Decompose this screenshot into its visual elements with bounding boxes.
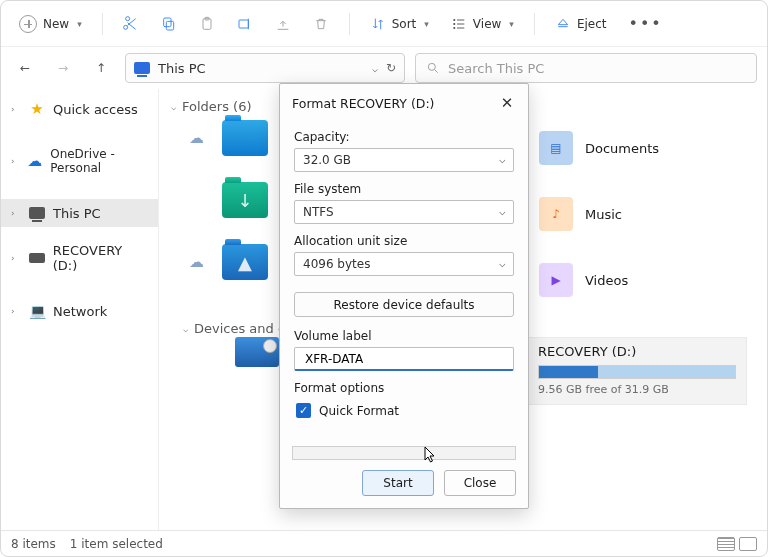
rename-button[interactable] bbox=[229, 11, 261, 37]
refresh-button[interactable]: ↻ bbox=[386, 61, 396, 75]
music-icon: ♪ bbox=[539, 197, 573, 231]
delete-button[interactable] bbox=[305, 11, 337, 37]
close-label: Close bbox=[464, 476, 497, 490]
chevron-right-icon: › bbox=[11, 156, 19, 166]
pictures-folder-icon: ▲ bbox=[222, 244, 268, 280]
address-bar[interactable]: This PC ⌵ ↻ bbox=[125, 53, 405, 83]
address-text: This PC bbox=[158, 61, 364, 76]
sidebar-item-quick-access[interactable]: › ★ Quick access bbox=[1, 95, 158, 123]
view-toggle bbox=[717, 537, 757, 551]
chevron-down-icon: ⌵ bbox=[183, 324, 188, 334]
volume-input-field[interactable] bbox=[303, 351, 505, 367]
overflow-button[interactable]: ••• bbox=[620, 9, 670, 38]
start-button[interactable]: Start bbox=[362, 470, 434, 496]
chevron-right-icon: › bbox=[11, 208, 21, 218]
close-icon: ✕ bbox=[501, 94, 514, 112]
filesystem-select[interactable]: NTFS bbox=[294, 200, 514, 224]
folder-item[interactable]: ☁ bbox=[189, 120, 268, 156]
sort-button[interactable]: Sort ▾ bbox=[362, 11, 437, 37]
close-dialog-button[interactable]: Close bbox=[444, 470, 516, 496]
storage-bar bbox=[538, 365, 736, 379]
separator bbox=[534, 13, 535, 35]
checkbox-icon: ✓ bbox=[296, 403, 311, 418]
back-button[interactable]: ← bbox=[11, 54, 39, 82]
cut-button[interactable] bbox=[115, 11, 147, 37]
paste-button[interactable] bbox=[191, 11, 223, 37]
dialog-title: Format RECOVERY (D:) bbox=[292, 96, 435, 111]
quick-format-checkbox[interactable]: ✓ Quick Format bbox=[294, 403, 514, 418]
filesystem-value: NTFS bbox=[303, 205, 334, 219]
capacity-value: 32.0 GB bbox=[303, 153, 351, 167]
allocation-label: Allocation unit size bbox=[294, 234, 514, 248]
copy-icon bbox=[161, 16, 177, 32]
recovery-drive-item[interactable]: RECOVERY (D:) 9.56 GB free of 31.9 GB bbox=[527, 337, 747, 405]
allocation-value: 4096 bytes bbox=[303, 257, 370, 271]
chevron-down-icon: ▾ bbox=[424, 19, 429, 29]
star-icon: ★ bbox=[29, 101, 45, 117]
toolbar: New ▾ Sort ▾ View ▾ Eject ••• bbox=[1, 1, 767, 47]
details-view-button[interactable] bbox=[717, 537, 735, 551]
right-column: ▤ Documents ♪ Music ▶ Videos bbox=[539, 131, 659, 297]
cloud-status-icon: ☁ bbox=[189, 253, 204, 271]
copy-button[interactable] bbox=[153, 11, 185, 37]
svg-point-8 bbox=[428, 63, 435, 70]
eject-label: Eject bbox=[577, 17, 607, 31]
sidebar-item-onedrive[interactable]: › ☁ OneDrive - Personal bbox=[1, 141, 158, 181]
status-bar: 8 items 1 item selected bbox=[1, 530, 767, 556]
sort-icon bbox=[370, 16, 386, 32]
chevron-down-icon[interactable]: ⌵ bbox=[372, 63, 378, 74]
chevron-down-icon: ▾ bbox=[77, 19, 82, 29]
plus-icon bbox=[19, 15, 37, 33]
tiles-view-button[interactable] bbox=[739, 537, 757, 551]
selected-count: 1 item selected bbox=[70, 537, 163, 551]
music-item[interactable]: ♪ Music bbox=[539, 197, 659, 231]
items-count: 8 items bbox=[11, 537, 56, 551]
search-placeholder: Search This PC bbox=[448, 61, 544, 76]
view-label: View bbox=[473, 17, 501, 31]
new-label: New bbox=[43, 17, 69, 31]
folder-item[interactable]: ↓ bbox=[189, 182, 268, 218]
videos-item[interactable]: ▶ Videos bbox=[539, 263, 659, 297]
sidebar-item-network[interactable]: › 💻 Network bbox=[1, 297, 158, 325]
volume-input[interactable] bbox=[294, 347, 514, 371]
separator bbox=[102, 13, 103, 35]
capacity-label: Capacity: bbox=[294, 130, 514, 144]
eject-button[interactable]: Eject bbox=[547, 11, 615, 37]
scissors-icon bbox=[123, 16, 139, 32]
progress-bar bbox=[292, 446, 516, 460]
forward-button[interactable]: → bbox=[49, 54, 77, 82]
network-icon: 💻 bbox=[29, 303, 45, 319]
separator bbox=[349, 13, 350, 35]
trash-icon bbox=[313, 16, 329, 32]
folder-item[interactable]: ☁ ▲ bbox=[189, 244, 268, 280]
address-controls: ⌵ ↻ bbox=[372, 61, 396, 75]
sidebar-item-label: RECOVERY (D:) bbox=[53, 243, 148, 273]
restore-label: Restore device defaults bbox=[333, 298, 474, 312]
sidebar-item-recovery[interactable]: › RECOVERY (D:) bbox=[1, 237, 158, 279]
restore-defaults-button[interactable]: Restore device defaults bbox=[294, 292, 514, 317]
allocation-select[interactable]: 4096 bytes bbox=[294, 252, 514, 276]
sidebar-item-label: OneDrive - Personal bbox=[50, 147, 148, 175]
pc-icon bbox=[134, 62, 150, 74]
close-button[interactable]: ✕ bbox=[496, 92, 518, 114]
chevron-down-icon: ▾ bbox=[509, 19, 514, 29]
share-button[interactable] bbox=[267, 11, 299, 37]
item-label: Documents bbox=[585, 141, 659, 156]
dialog-footer: Start Close bbox=[280, 460, 528, 508]
search-input[interactable]: Search This PC bbox=[415, 53, 757, 83]
cloud-icon: ☁ bbox=[27, 153, 42, 169]
chevron-down-icon: ⌵ bbox=[171, 102, 176, 112]
svg-point-7 bbox=[453, 27, 455, 29]
sidebar-item-this-pc[interactable]: › This PC bbox=[1, 199, 158, 227]
sidebar-item-label: Network bbox=[53, 304, 107, 319]
new-button[interactable]: New ▾ bbox=[11, 10, 90, 38]
up-button[interactable]: ↑ bbox=[87, 54, 115, 82]
documents-item[interactable]: ▤ Documents bbox=[539, 131, 659, 165]
start-label: Start bbox=[383, 476, 412, 490]
chevron-right-icon: › bbox=[11, 306, 21, 316]
dialog-body: Capacity: 32.0 GB File system NTFS Alloc… bbox=[280, 122, 528, 284]
view-button[interactable]: View ▾ bbox=[443, 11, 522, 37]
clipboard-icon bbox=[199, 16, 215, 32]
capacity-select[interactable]: 32.0 GB bbox=[294, 148, 514, 172]
recovery-title: RECOVERY (D:) bbox=[538, 344, 736, 359]
